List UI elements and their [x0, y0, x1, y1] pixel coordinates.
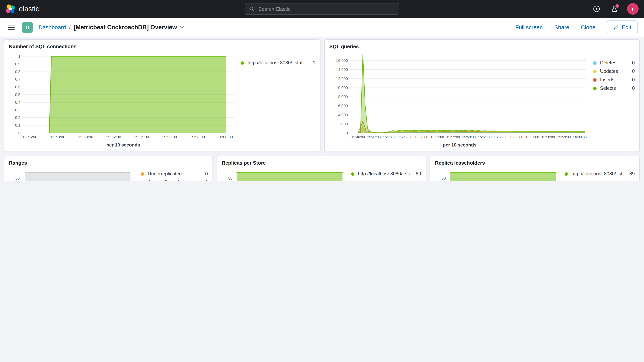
legend-label: Overreplicated	[148, 180, 197, 181]
clone-button[interactable]: Clone	[581, 24, 596, 30]
svg-text:15:50:00: 15:50:00	[415, 135, 428, 139]
svg-text:15:52:00: 15:52:00	[106, 135, 121, 139]
svg-text:16,000: 16,000	[336, 58, 348, 63]
panel-ranges: Ranges 0102030405060708015:46:0015:48:00…	[4, 156, 213, 181]
svg-text:15:59:00: 15:59:00	[557, 135, 571, 139]
legend-dot	[141, 172, 144, 176]
svg-text:0: 0	[18, 131, 20, 135]
panel-sql-queries: SQL queries 02,0004,0006,0008,00010,0001…	[324, 39, 640, 152]
svg-text:15:49:00: 15:49:00	[399, 135, 412, 139]
svg-text:15:57:00: 15:57:00	[526, 135, 539, 139]
chart-svg: 0102030405060708015:46:0015:49:0015:52:0…	[435, 167, 562, 181]
replica-leaseholders-chart[interactable]: 0102030405060708015:46:0015:49:0015:52:0…	[435, 167, 562, 181]
svg-text:0.4: 0.4	[15, 100, 20, 104]
legend-dot	[241, 61, 244, 64]
svg-text:15:48:00: 15:48:00	[50, 135, 65, 139]
edit-button[interactable]: Edit	[607, 20, 638, 34]
page-title-text: [Metricbeat CockroachDB] Overview	[74, 24, 177, 31]
legend-item[interactable]: Inserts0	[593, 77, 635, 82]
legend-label: http://localhost:8080/_sta...	[572, 171, 624, 176]
panel-replica-leaseholders: Replica leaseholders 0102030405060708015…	[430, 156, 640, 181]
legend-label: Updates	[600, 68, 624, 74]
breadcrumb-dashboard-link[interactable]: Dashboard	[38, 24, 66, 30]
svg-text:0.7: 0.7	[15, 77, 20, 81]
svg-text:80: 80	[442, 176, 446, 180]
global-search[interactable]	[245, 3, 399, 15]
legend-value: 0	[201, 171, 208, 176]
svg-text:14,000: 14,000	[336, 68, 348, 72]
panel-title: Number of SQL connections	[9, 44, 316, 49]
legend-item[interactable]: http://localhost:8080/_sta...89	[564, 171, 635, 176]
svg-text:15:56:00: 15:56:00	[510, 135, 523, 139]
svg-text:15:48:00: 15:48:00	[383, 135, 396, 139]
chevron-down-icon[interactable]	[180, 26, 184, 29]
panel-replicas-per-store: Replicas per Store 0102030405060708015:4…	[217, 156, 426, 181]
legend-label: Inserts	[600, 77, 624, 82]
svg-text:15:54:00: 15:54:00	[134, 135, 149, 139]
legend-value: 0	[628, 68, 635, 74]
svg-text:15:47:00: 15:47:00	[367, 135, 380, 139]
legend-item[interactable]: http://localhost:8080/_sta...89	[351, 171, 421, 176]
legend-value: 0	[628, 77, 635, 82]
legend-label: http://localhost:8080/_stat...	[248, 60, 305, 66]
header-actions: r	[592, 3, 638, 15]
legend-item[interactable]: Updates0	[593, 68, 635, 74]
labs-icon[interactable]	[609, 4, 619, 14]
legend-item[interactable]: Deletes0	[593, 60, 635, 66]
legend-dot	[564, 172, 568, 176]
search-icon	[249, 6, 254, 12]
space-badge[interactable]: D	[22, 22, 33, 32]
svg-text:15:51:00: 15:51:00	[430, 135, 444, 139]
top-header-bar: elastic r	[0, 0, 644, 18]
svg-text:15:55:00: 15:55:00	[494, 135, 507, 139]
svg-text:0.8: 0.8	[15, 70, 20, 74]
sql-connections-chart[interactable]: 00.10.20.30.40.50.60.70.80.9115:46:0015:…	[9, 51, 238, 141]
legend-item[interactable]: Overreplicated0	[141, 180, 208, 181]
legend: Underreplicated0Overreplicated0Unavailab…	[138, 167, 208, 181]
legend: Deletes0Updates0Inserts0Selects0	[590, 51, 635, 148]
legend-label: Selects	[600, 86, 624, 91]
chart-svg: 0102030405060708015:46:0015:49:0015:52:0…	[222, 167, 348, 181]
elastic-logo[interactable]: elastic	[6, 4, 39, 14]
svg-text:0.2: 0.2	[15, 116, 20, 120]
panel-title: Replicas per Store	[222, 160, 421, 166]
user-avatar[interactable]: r	[627, 3, 638, 15]
chart-svg: 00.10.20.30.40.50.60.70.80.9115:46:0015:…	[9, 51, 238, 141]
legend-dot	[593, 70, 596, 73]
pencil-icon	[614, 24, 619, 30]
elastic-logo-icon	[6, 4, 16, 14]
svg-text:0.9: 0.9	[15, 62, 20, 66]
svg-text:16:00:00: 16:00:00	[218, 135, 233, 139]
panel-title: SQL queries	[329, 44, 635, 49]
avatar-initial: r	[632, 6, 634, 12]
full-screen-button[interactable]: Full screen	[516, 24, 543, 30]
legend: http://localhost:8080/_sta...89	[348, 167, 421, 181]
kibana-dashboard-page: elastic r	[0, 0, 644, 181]
svg-text:15:52:00: 15:52:00	[446, 135, 460, 139]
svg-text:16:00:00: 16:00:00	[573, 135, 586, 139]
edit-button-label: Edit	[622, 24, 631, 30]
ranges-chart[interactable]: 0102030405060708015:46:0015:48:0015:50:0…	[9, 167, 138, 181]
x-axis-label: per 10 seconds	[329, 141, 590, 148]
legend-dot	[141, 180, 144, 181]
share-button[interactable]: Share	[554, 24, 569, 30]
chart-svg: 02,0004,0006,0008,00010,00012,00014,0001…	[329, 51, 590, 141]
menu-button[interactable]	[6, 22, 16, 32]
svg-text:15:46:00: 15:46:00	[351, 135, 365, 139]
legend-dot	[593, 78, 596, 82]
sql-queries-chart[interactable]: 02,0004,0006,0008,00010,00012,00014,0001…	[329, 51, 590, 141]
search-input[interactable]	[258, 6, 395, 12]
replicas-per-store-chart[interactable]: 0102030405060708015:46:0015:49:0015:52:0…	[222, 167, 348, 181]
svg-text:15:46:00: 15:46:00	[22, 135, 37, 139]
svg-text:80: 80	[228, 176, 232, 180]
svg-text:4,000: 4,000	[338, 113, 348, 117]
legend-item[interactable]: Selects0	[593, 86, 635, 91]
deployment-icon[interactable]	[592, 4, 602, 14]
legend-item[interactable]: Underreplicated0	[141, 171, 208, 176]
legend-dot	[351, 172, 354, 176]
legend-dot	[593, 61, 596, 64]
legend-value: 89	[628, 171, 635, 176]
svg-text:0.5: 0.5	[15, 92, 20, 97]
legend-item[interactable]: http://localhost:8080/_stat...1	[241, 60, 316, 66]
svg-text:15:58:00: 15:58:00	[190, 135, 205, 139]
